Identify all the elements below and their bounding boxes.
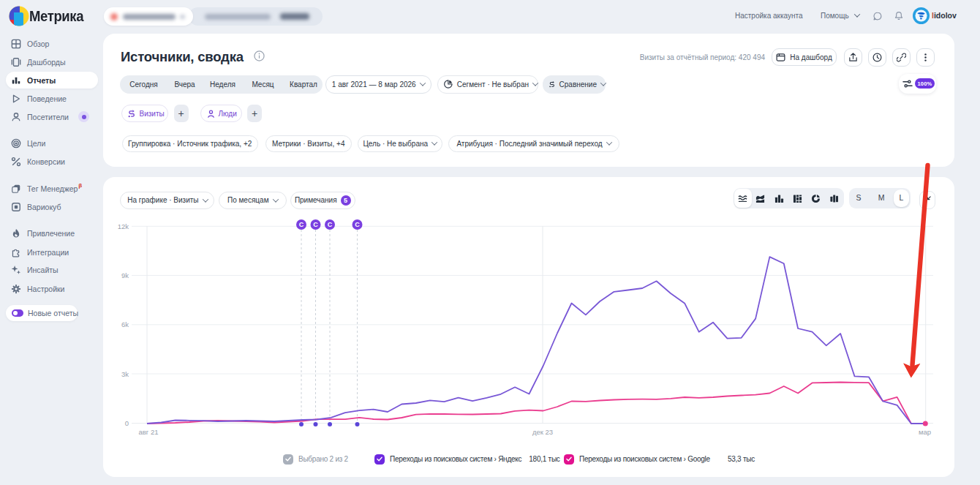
svg-text:C: C bbox=[299, 221, 304, 228]
svg-text:6k: 6k bbox=[121, 320, 129, 328]
svg-text:3k: 3k bbox=[121, 370, 129, 378]
svg-text:C: C bbox=[313, 221, 318, 228]
svg-text:авг 21: авг 21 bbox=[138, 428, 158, 436]
svg-text:C: C bbox=[355, 221, 360, 228]
svg-text:12k: 12k bbox=[118, 222, 129, 230]
svg-text:дек 23: дек 23 bbox=[532, 428, 553, 436]
svg-text:C: C bbox=[328, 221, 333, 228]
svg-text:мар: мар bbox=[919, 428, 931, 436]
svg-text:9k: 9k bbox=[121, 271, 129, 279]
svg-text:0: 0 bbox=[125, 419, 129, 427]
